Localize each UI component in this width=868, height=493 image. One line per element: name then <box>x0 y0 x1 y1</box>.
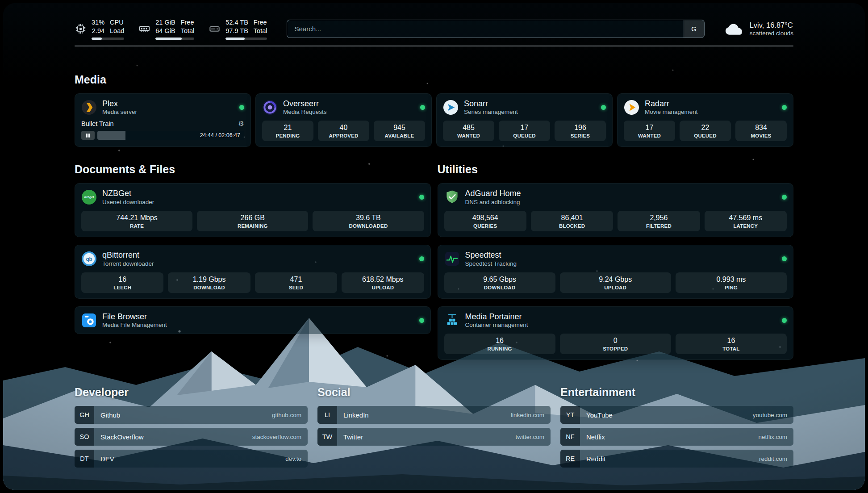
filebrowser-status-dot <box>419 318 424 323</box>
bookmark-netflix[interactable]: NF Netflix netflix.com <box>560 428 793 446</box>
nzbget-stat-remaining: 266 GB REMAINING <box>197 211 308 231</box>
weather-location: Lviv, 16.87°C <box>750 21 793 29</box>
radarr-name[interactable]: Radarr <box>645 99 698 109</box>
speedtest-name[interactable]: Speedtest <box>465 251 517 260</box>
dev-abbr: DT <box>75 450 94 468</box>
utilities-section-title: Utilities <box>438 163 794 176</box>
portainer-name[interactable]: Media Portainer <box>465 312 528 322</box>
overseerr-stat-pending: 21 PENDING <box>262 121 313 141</box>
memory-label-bottom: Total <box>181 27 195 35</box>
portainer-subtitle: Container management <box>465 322 528 328</box>
speedtest-stat-download: 9.65 Gbps DOWNLOAD <box>444 272 555 293</box>
stackoverflow-domain: stackoverflow.com <box>252 434 301 440</box>
bookmarks-entertainment: Entertainment YT YouTube youtube.com NF … <box>560 386 793 472</box>
cpu-label-bottom: Load <box>110 27 124 35</box>
plex-icon[interactable] <box>81 100 97 115</box>
bookmark-stackoverflow[interactable]: SO StackOverflow stackoverflow.com <box>75 428 308 446</box>
filebrowser-icon[interactable] <box>81 313 97 328</box>
dev-name: DEV <box>100 455 114 463</box>
nzbget-stat-downloaded: 39.6 TB DOWNLOADED <box>313 211 424 231</box>
memory-widget: 21 GiB 64 GiB Free Total <box>138 18 194 40</box>
reddit-abbr: RE <box>560 450 580 468</box>
disk-free-value: 52.4 TB <box>225 18 248 27</box>
resource-widgets: 31% 2.94 CPU Load <box>75 18 267 40</box>
speedtest-icon[interactable] <box>444 251 460 267</box>
plex-status-dot <box>239 105 244 110</box>
bookmark-reddit[interactable]: RE Reddit reddit.com <box>560 450 793 468</box>
portainer-icon[interactable] <box>444 313 460 328</box>
weather-condition: scattered clouds <box>750 30 793 37</box>
cpu-chip-icon <box>75 23 87 35</box>
plex-progress-fill <box>97 131 125 140</box>
sonarr-stat-wanted: 485 WANTED <box>443 121 494 141</box>
search-provider-button[interactable]: G <box>684 20 704 38</box>
qbittorrent-name[interactable]: qBittorrent <box>102 251 154 260</box>
documents-section-title: Documents & Files <box>75 163 431 176</box>
dashboard-screen: 31% 2.94 CPU Load <box>3 3 865 490</box>
sonarr-subtitle: Series management <box>464 109 518 115</box>
qbittorrent-icon[interactable]: qb <box>81 251 97 267</box>
bookmark-linkedin[interactable]: LI LinkedIn linkedin.com <box>317 406 551 424</box>
twitter-name: Twitter <box>343 433 363 441</box>
plex-subtitle: Media server <box>102 109 137 115</box>
search-input[interactable] <box>287 20 683 38</box>
plex-card: Plex Media server Bullet Train ⚙ 24:4 <box>75 93 251 147</box>
cpu-bar <box>92 38 124 40</box>
sonarr-stat-series: 196 SERIES <box>555 121 606 141</box>
top-bar: 31% 2.94 CPU Load <box>75 18 793 40</box>
sonarr-stat-queued: 17 QUEUED <box>499 121 550 141</box>
twitter-domain: twitter.com <box>515 434 544 440</box>
bookmark-twitter[interactable]: TW Twitter twitter.com <box>317 428 551 446</box>
qbittorrent-stat-leech: 16 LEECH <box>81 272 163 293</box>
bookmark-dev[interactable]: DT DEV dev.to <box>75 450 308 468</box>
memory-total-value: 64 GiB <box>155 27 175 35</box>
bookmark-github[interactable]: GH Github github.com <box>75 406 308 424</box>
linkedin-name: LinkedIn <box>343 411 369 419</box>
plex-progress-bar: 24:44 / 02:06:47 <box>97 131 244 140</box>
radarr-stat-queued: 22 QUEUED <box>680 121 731 141</box>
nzbget-stat-rate: 744.21 Mbps RATE <box>81 211 192 231</box>
plex-now-playing: Bullet Train <box>81 120 114 127</box>
stackoverflow-name: StackOverflow <box>100 433 144 441</box>
nzbget-icon[interactable]: nzbget <box>81 189 97 205</box>
pause-button[interactable] <box>81 131 95 140</box>
developer-section-title: Developer <box>75 386 308 399</box>
cloud-icon <box>724 22 744 36</box>
sonarr-name[interactable]: Sonarr <box>464 99 518 109</box>
portainer-stat-total: 16 TOTAL <box>676 334 787 354</box>
disk-bar <box>225 38 267 40</box>
disk-label-bottom: Total <box>254 27 267 35</box>
adguard-status-dot <box>782 195 787 200</box>
nzbget-status-dot <box>419 195 424 200</box>
plex-name[interactable]: Plex <box>102 99 137 109</box>
filebrowser-subtitle: Media File Management <box>102 322 167 328</box>
sonarr-icon[interactable] <box>443 100 459 115</box>
adguard-icon[interactable] <box>444 189 460 205</box>
memory-bar <box>155 38 194 40</box>
github-domain: github.com <box>272 412 301 418</box>
cpu-usage-value: 31% <box>92 18 104 27</box>
gear-icon[interactable]: ⚙ <box>238 120 244 128</box>
youtube-name: YouTube <box>586 411 613 419</box>
radarr-icon[interactable] <box>624 100 639 115</box>
media-section: Media Plex Media server <box>75 73 793 147</box>
speedtest-card: Speedtest Speedtest Tracking 9.65 Gbps D… <box>438 245 794 299</box>
nzbget-card: nzbget NZBGet Usenet downloader 744.21 M… <box>75 183 431 237</box>
bookmark-youtube[interactable]: YT YouTube youtube.com <box>560 406 793 424</box>
memory-bar-fill <box>155 38 181 40</box>
nzbget-name[interactable]: NZBGet <box>102 189 154 198</box>
adguard-name[interactable]: AdGuard Home <box>465 189 521 198</box>
overseerr-name[interactable]: Overseerr <box>283 99 327 109</box>
memory-free-value: 21 GiB <box>155 18 175 27</box>
speedtest-subtitle: Speedtest Tracking <box>465 260 517 267</box>
cpu-widget: 31% 2.94 CPU Load <box>75 18 124 40</box>
qbittorrent-stat-download: 1.19 Gbps DOWNLOAD <box>168 272 250 293</box>
portainer-stat-running: 16 RUNNING <box>444 334 555 354</box>
adguard-card: AdGuard Home DNS and adblocking 498,564 … <box>438 183 794 237</box>
memory-label-top: Free <box>181 18 195 27</box>
weather-widget[interactable]: Lviv, 16.87°C scattered clouds <box>724 21 793 37</box>
overseerr-icon[interactable] <box>262 100 278 115</box>
filebrowser-name[interactable]: File Browser <box>102 312 167 322</box>
radarr-subtitle: Movie management <box>645 109 698 115</box>
radarr-stat-movies: 834 MOVIES <box>735 121 787 141</box>
